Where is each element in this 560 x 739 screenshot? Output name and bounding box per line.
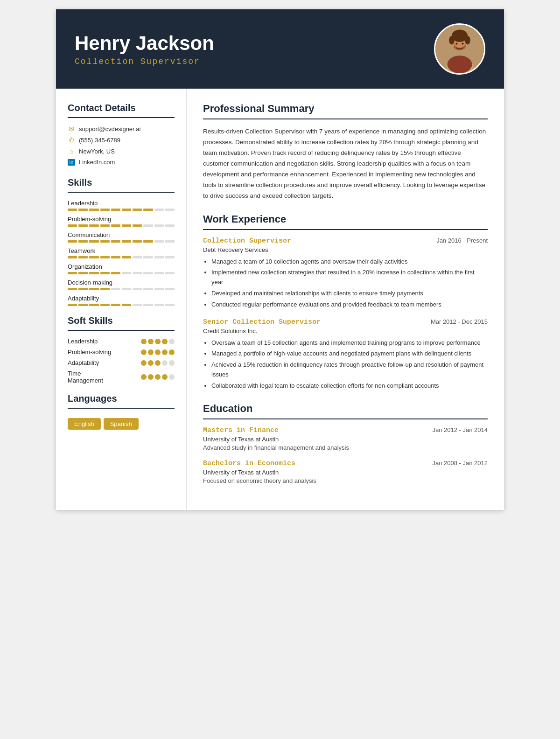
candidate-photo	[434, 23, 485, 75]
header-text: Henry Jackson Collection Supervisor	[75, 32, 214, 66]
sidebar: Contact Details ✉ support@cvdesigner.ai …	[56, 89, 187, 510]
skill-dot	[155, 360, 161, 366]
skill-dot	[162, 374, 168, 380]
candidate-title: Collection Supervisor	[75, 57, 214, 66]
skill-bar-segment	[89, 304, 98, 306]
soft-skill-item: Leadership	[68, 338, 175, 345]
summary-title: Professional Summary	[203, 103, 488, 115]
skill-item: Decision-making	[68, 279, 175, 290]
skill-bar	[68, 288, 175, 290]
edu-date: Jan 2012 - Jan 2014	[432, 426, 488, 433]
resume-header: Henry Jackson Collection Supervisor	[56, 9, 504, 89]
skill-bar-segment	[100, 256, 110, 258]
skill-bar-segment	[68, 224, 77, 227]
job-title: Collection Supervisor	[203, 237, 291, 245]
contact-location-item: ⌂ NewYork, US	[68, 147, 175, 155]
skill-bar	[68, 240, 175, 243]
skill-bar-segment	[89, 272, 98, 274]
job-date: Mar 2012 - Dec 2015	[431, 318, 488, 325]
skill-bar-segment	[78, 240, 88, 243]
job-item: Collection Supervisor Jan 2016 - Present…	[203, 237, 488, 310]
skill-bar-segment	[111, 288, 120, 290]
skill-bar-segment	[78, 288, 88, 290]
contact-phone-item: ✆ (555) 345-6789	[68, 136, 175, 144]
soft-skill-name: Adaptability	[68, 359, 99, 366]
skill-dot	[162, 360, 168, 366]
skill-bar-segment	[154, 304, 164, 306]
skill-bar-segment	[133, 288, 142, 290]
skill-bar-segment	[165, 240, 175, 243]
skill-dot	[148, 360, 154, 366]
work-divider	[203, 229, 488, 230]
skill-dot	[148, 349, 154, 355]
job-header: Senior Collection Supervisor Mar 2012 - …	[203, 318, 488, 326]
skill-bar-segment	[154, 224, 164, 227]
svg-point-8	[465, 36, 470, 45]
skill-bar-segment	[165, 209, 175, 211]
skill-bar-segment	[100, 288, 110, 290]
edu-desc: Focused on economic theory and analysis	[203, 477, 488, 484]
skill-bar-segment	[68, 272, 77, 274]
soft-skills-section-title: Soft Skills	[68, 315, 175, 326]
contact-location: NewYork, US	[79, 148, 115, 155]
skill-bar	[68, 224, 175, 227]
skill-bar-segment	[111, 272, 120, 274]
skill-bar-segment	[111, 304, 120, 306]
skill-bar-segment	[68, 209, 77, 211]
job-bullet: Managed a team of 10 collection agents a…	[211, 257, 488, 267]
skill-item: Leadership	[68, 200, 175, 211]
job-company: Credit Solutions Inc.	[203, 328, 488, 335]
skills-divider	[68, 192, 175, 193]
skill-name: Decision-making	[68, 279, 175, 286]
skill-bar-segment	[143, 209, 153, 211]
skill-item: Adaptability	[68, 295, 175, 306]
job-bullet: Collaborated with legal team to escalate…	[211, 381, 488, 391]
languages-divider	[68, 408, 175, 409]
skill-bar-segment	[122, 288, 131, 290]
skill-bar-segment	[165, 224, 175, 227]
skill-dot	[155, 339, 161, 344]
main-content: Professional Summary Results-driven Coll…	[187, 89, 504, 510]
languages-list: EnglishSpanish	[68, 416, 175, 430]
skills-list: LeadershipProblem-solvingCommunicationTe…	[68, 200, 175, 306]
skill-bar-segment	[68, 240, 77, 243]
skill-name: Leadership	[68, 200, 175, 207]
edu-header: Bachelors in Economics Jan 2008 - Jan 20…	[203, 460, 488, 467]
skill-item: Organization	[68, 263, 175, 274]
skill-bar-segment	[143, 240, 153, 243]
edu-school: University of Texas at Austin	[203, 469, 488, 476]
language-badge: English	[68, 418, 101, 430]
svg-point-10	[455, 43, 457, 45]
skill-bar-segment	[89, 209, 98, 211]
skill-bar-segment	[111, 240, 120, 243]
skill-bar-segment	[143, 304, 153, 306]
skill-bar-segment	[78, 272, 88, 274]
skill-bar-segment	[165, 288, 175, 290]
skill-bar-segment	[122, 256, 131, 258]
skill-dot	[155, 374, 161, 380]
skill-name: Organization	[68, 263, 175, 270]
job-bullet: Implemented new collection strategies th…	[211, 268, 488, 287]
skill-dot	[141, 360, 147, 366]
skill-bar-segment	[154, 240, 164, 243]
skill-item: Problem-solving	[68, 216, 175, 227]
skill-dot	[155, 349, 161, 355]
skill-bar	[68, 272, 175, 274]
skill-bar-segment	[133, 240, 142, 243]
summary-section: Professional Summary Results-driven Coll…	[203, 103, 488, 202]
skill-bar-segment	[133, 272, 142, 274]
skill-bar-segment	[122, 304, 131, 306]
skill-bar-segment	[154, 288, 164, 290]
skill-bar-segment	[89, 288, 98, 290]
svg-point-11	[462, 43, 464, 45]
skill-dots	[141, 349, 175, 355]
skill-bar	[68, 256, 175, 258]
languages-section-title: Languages	[68, 393, 175, 404]
job-bullet: Managed a portfolio of high-value accoun…	[211, 349, 488, 359]
jobs-list: Collection Supervisor Jan 2016 - Present…	[203, 237, 488, 391]
skill-dots	[141, 339, 175, 344]
skill-bar-segment	[89, 256, 98, 258]
skill-bar-segment	[165, 304, 175, 306]
skill-bar-segment	[89, 240, 98, 243]
skill-bar-segment	[111, 256, 120, 258]
